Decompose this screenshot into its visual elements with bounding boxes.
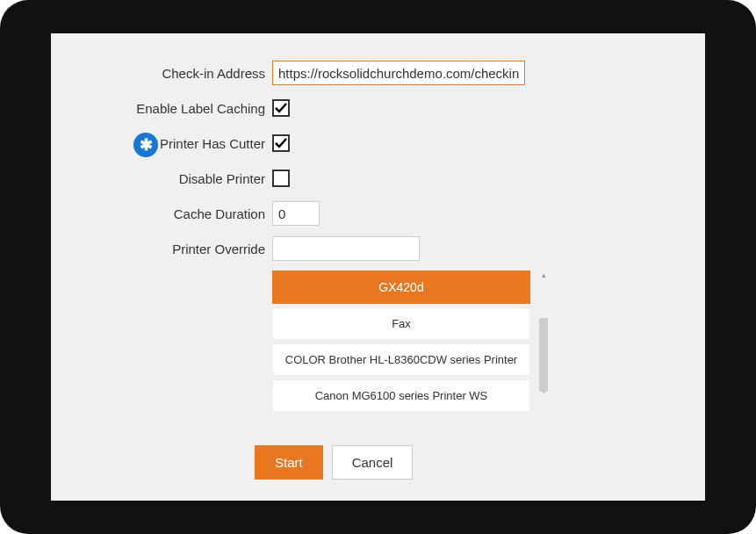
row-disable-printer: Disable Printer xyxy=(68,165,688,191)
disable-printer-checkbox[interactable] xyxy=(272,170,290,187)
row-printer-override: Printer Override xyxy=(68,235,688,262)
button-row: Start Cancel xyxy=(255,445,413,480)
printer-list-container: GX420dFaxCOLOR Brother HL-L8360CDW serie… xyxy=(272,271,548,415)
printer-cutter-label: Printer Has Cutter xyxy=(160,136,265,151)
checkin-address-input[interactable] xyxy=(272,61,525,85)
printer-item[interactable]: Canon MG6100 series Printer WS xyxy=(272,379,530,412)
scrollbar[interactable]: ▴ ▾ xyxy=(539,271,548,415)
scroll-track[interactable] xyxy=(539,281,548,386)
cache-duration-label: Cache Duration xyxy=(68,206,272,221)
cancel-button[interactable]: Cancel xyxy=(332,445,414,480)
printer-item[interactable]: COLOR Brother HL-L8360CDW series Printer xyxy=(272,343,530,376)
printer-cutter-checkbox[interactable] xyxy=(272,134,290,152)
printer-override-input[interactable] xyxy=(272,236,420,261)
start-button[interactable]: Start xyxy=(255,445,323,480)
cache-duration-input[interactable] xyxy=(272,201,320,226)
row-checkin-address: Check-in Address xyxy=(68,60,688,86)
printer-item[interactable]: GX420d xyxy=(272,271,530,304)
disable-printer-label: Disable Printer xyxy=(68,171,272,186)
printer-item[interactable]: Fax xyxy=(272,307,530,340)
printer-list: GX420dFaxCOLOR Brother HL-L8360CDW serie… xyxy=(272,271,530,415)
scroll-up-icon[interactable]: ▴ xyxy=(539,271,548,281)
checkmark-icon xyxy=(274,136,288,150)
row-enable-caching: Enable Label Caching xyxy=(68,95,688,121)
printer-override-label: Printer Override xyxy=(68,242,272,256)
row-cache-duration: Cache Duration xyxy=(68,200,688,227)
tablet-frame: Check-in Address Enable Label Caching ✱ … xyxy=(0,0,756,534)
info-badge-icon: ✱ xyxy=(133,133,158,157)
scroll-thumb[interactable] xyxy=(539,318,548,392)
checkin-address-label: Check-in Address xyxy=(68,66,272,81)
enable-caching-checkbox[interactable] xyxy=(272,99,290,117)
enable-caching-label: Enable Label Caching xyxy=(68,101,272,116)
row-printer-cutter: ✱ Printer Has Cutter xyxy=(68,130,688,156)
app-screen: Check-in Address Enable Label Caching ✱ … xyxy=(51,33,705,501)
settings-form: Check-in Address Enable Label Caching ✱ … xyxy=(51,33,705,424)
checkmark-icon xyxy=(274,101,288,115)
